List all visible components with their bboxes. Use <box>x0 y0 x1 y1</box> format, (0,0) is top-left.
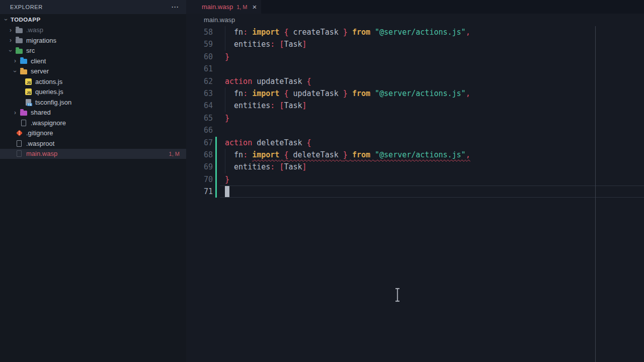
line-number: 65 <box>186 112 213 124</box>
explorer-sidebar: EXPLORER ⋯ ›TODOAPP›.wasp›migrations›src… <box>0 0 186 362</box>
folder-gray-icon <box>15 36 23 44</box>
tab-bar: main.wasp 1, M × <box>186 0 644 14</box>
explorer-header: EXPLORER ⋯ <box>0 0 186 14</box>
tab-main-wasp[interactable]: main.wasp 1, M × <box>186 0 261 14</box>
js-icon: JS <box>24 88 32 96</box>
chevron-right-icon[interactable]: › <box>11 58 20 64</box>
file-decoration-badge: 1, M <box>169 151 180 157</box>
code-text: entities: [Task] <box>213 40 307 49</box>
chevron-down-icon[interactable]: › <box>8 46 14 55</box>
folder-orange-icon <box>20 67 28 75</box>
chevron-down-icon[interactable]: › <box>12 67 18 76</box>
code-line-70[interactable]: 70} <box>186 173 644 186</box>
tree-item-label: migrations <box>26 37 56 44</box>
close-icon[interactable]: × <box>253 3 257 11</box>
line-number: 67 <box>186 137 213 149</box>
code-text: action deleteTask { <box>213 138 311 147</box>
git-modified-indicator <box>215 149 217 161</box>
code-line-71[interactable]: 71 <box>186 186 644 198</box>
tree-item-shared[interactable]: ›shared <box>0 108 186 118</box>
ts-icon <box>24 98 32 106</box>
editor-group: main.wasp 1, M × main.wasp 58 fn: import… <box>186 0 644 362</box>
git-modified-indicator <box>215 186 217 198</box>
tree-item--waspignore[interactable]: ›.waspignore <box>0 118 186 128</box>
file-icon <box>20 119 28 127</box>
code-line-61[interactable]: 61 <box>186 63 644 75</box>
line-number: 58 <box>186 26 213 38</box>
breadcrumb-item[interactable]: main.wasp <box>204 16 235 24</box>
code-line-65[interactable]: 65} <box>186 112 644 124</box>
code-text: } <box>213 52 229 61</box>
line-number: 64 <box>186 100 213 112</box>
tree-item-main-wasp[interactable]: ›main.wasp1, M <box>0 149 186 159</box>
line-number: 71 <box>186 186 213 198</box>
tree-item-src[interactable]: ›src <box>0 46 186 56</box>
code-text: fn: import { deleteTask } from "@server/… <box>213 150 470 159</box>
tree-item-server[interactable]: ›server <box>0 66 186 77</box>
file-dark-icon <box>15 150 23 158</box>
chevron-down-icon[interactable]: › <box>3 15 9 24</box>
line-number: 63 <box>186 87 213 100</box>
tree-item-label: actions.js <box>35 78 62 85</box>
git-modified-indicator <box>215 161 217 173</box>
column-ruler <box>595 26 596 362</box>
chevron-right-icon[interactable]: › <box>6 37 15 43</box>
line-number: 68 <box>186 149 213 161</box>
tree-item-migrations[interactable]: ›migrations <box>0 35 186 46</box>
tree-item--wasp[interactable]: ›.wasp <box>0 25 186 36</box>
folder-magenta-icon <box>20 109 28 117</box>
git-modified-indicator <box>215 173 217 186</box>
explorer-title: EXPLORER <box>10 4 43 10</box>
code-line-66[interactable]: 66 <box>186 124 644 136</box>
git-icon <box>15 129 23 137</box>
editor-code-area[interactable]: 58 fn: import { createTask } from "@serv… <box>186 26 644 198</box>
tree-item-todoapp[interactable]: ›TODOAPP <box>0 15 186 25</box>
tab-problems-badge: 1, M <box>236 4 247 10</box>
tree-item-label: main.wasp <box>26 150 57 157</box>
code-line-62[interactable]: 62action updateTask { <box>186 75 644 87</box>
code-text <box>213 126 225 135</box>
code-text: entities: [Task] <box>213 162 307 171</box>
code-line-60[interactable]: 60} <box>186 51 644 63</box>
line-number: 61 <box>186 63 213 75</box>
mouse-ibeam-cursor <box>394 288 400 303</box>
chevron-right-icon[interactable]: › <box>6 27 15 33</box>
tree-item-label: .waspignore <box>31 119 66 127</box>
tree-item-actions-js[interactable]: ›JSactions.js <box>0 76 186 87</box>
tree-item--gitignore[interactable]: ›.gitignore <box>0 128 186 139</box>
file-icon <box>15 139 23 147</box>
tree-item-label: server <box>31 67 49 75</box>
tree-item-label: .wasp <box>26 26 43 34</box>
code-line-64[interactable]: 64 entities: [Task] <box>186 100 644 112</box>
code-text: fn: import { updateTask } from "@server/… <box>213 89 470 98</box>
tab-title: main.wasp <box>202 3 233 11</box>
text-cursor <box>225 186 229 197</box>
chevron-right-icon[interactable]: › <box>11 110 20 116</box>
line-number: 60 <box>186 51 213 63</box>
code-text <box>213 64 225 73</box>
code-line-68[interactable]: 68 fn: import { deleteTask } from "@serv… <box>186 149 644 161</box>
code-line-59[interactable]: 59 entities: [Task] <box>186 38 644 50</box>
code-line-67[interactable]: 67action deleteTask { <box>186 137 644 149</box>
line-number: 66 <box>186 124 213 136</box>
line-number: 62 <box>186 75 213 87</box>
code-line-69[interactable]: 69 entities: [Task] <box>186 161 644 173</box>
tree-item-client[interactable]: ›client <box>0 56 186 66</box>
tree-item-tsconfig-json[interactable]: ›tsconfig.json <box>0 97 186 108</box>
tree-item-label: .gitignore <box>26 129 53 137</box>
js-icon: JS <box>24 77 32 85</box>
line-number: 59 <box>186 38 213 50</box>
tree-item-label: .wasproot <box>26 140 54 147</box>
tree-item-queries-js[interactable]: ›JSqueries.js <box>0 87 186 98</box>
code-text: entities: [Task] <box>213 101 307 110</box>
tree-item-label: queries.js <box>35 88 63 96</box>
tree-item--wasproot[interactable]: ›.wasproot <box>0 138 186 149</box>
line-number: 70 <box>186 173 213 186</box>
code-line-63[interactable]: 63 fn: import { updateTask } from "@serv… <box>186 87 644 100</box>
folder-gray-icon <box>15 26 23 34</box>
tree-item-label: tsconfig.json <box>35 99 71 106</box>
file-tree: ›TODOAPP›.wasp›migrations›src›client›ser… <box>0 15 186 159</box>
more-actions-icon[interactable]: ⋯ <box>171 3 179 12</box>
code-line-58[interactable]: 58 fn: import { createTask } from "@serv… <box>186 26 644 38</box>
code-text: } <box>213 114 229 123</box>
